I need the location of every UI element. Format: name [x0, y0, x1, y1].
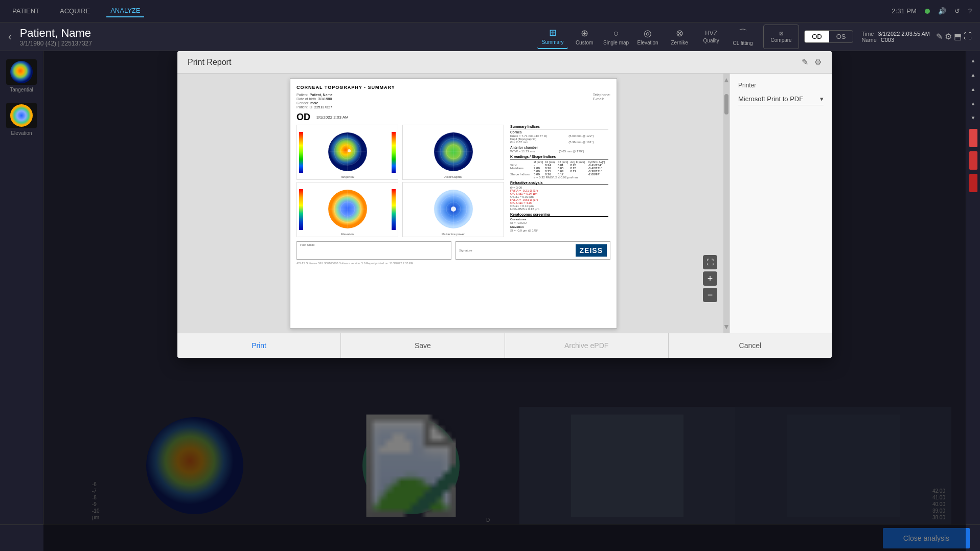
scroll-thumb[interactable]	[724, 94, 728, 114]
print-report-modal: Print Report ✎ ⚙ ▲	[177, 51, 832, 358]
sidebar-item-elevation[interactable]: Elevation	[2, 99, 41, 140]
anterior-table: WTW = 11.73 mm(5.65 mm @ 179°)	[510, 150, 608, 153]
colorbar-left-1	[299, 132, 303, 173]
report-maps: Tangential	[297, 125, 610, 237]
settings-modal-icon[interactable]: ⚙	[814, 57, 822, 67]
export-icon[interactable]: ⬒	[954, 32, 962, 41]
report-eye-row: OD 3/1/2022 2:03 AM	[297, 112, 610, 123]
patient-id-value: 225137327	[314, 105, 332, 109]
sidebar-item-tangential[interactable]: Tangential	[2, 55, 41, 97]
top-nav-right: 2:31 PM 🔊 ↺ ?	[892, 7, 972, 15]
time-display: 2:31 PM	[892, 7, 916, 15]
nav-patient[interactable]: PATIENT	[8, 5, 43, 17]
refresh-icon[interactable]: ↺	[954, 7, 960, 15]
svg-point-14	[348, 149, 351, 152]
cancel-button[interactable]: Cancel	[669, 333, 832, 358]
toolbar-tools: ⊞ Summary ⊕ Custom ○ Single map ◎ Elevat…	[537, 25, 853, 49]
scroll-up-icon[interactable]: ▲	[723, 76, 730, 84]
tool-single-map[interactable]: ○ Single map	[601, 25, 631, 49]
report-signature-row: Post Smile Signature ZEISS	[297, 241, 610, 260]
elevation-thumb	[6, 103, 37, 128]
scroll-bar[interactable]: ▲ ▼	[723, 74, 730, 333]
signature-box: Signature ZEISS	[455, 241, 610, 260]
summary-label: Summary	[542, 39, 564, 45]
compare-label: Compare	[771, 37, 792, 43]
modal-title: Print Report	[188, 58, 231, 67]
curvatures-label: Curvatures	[510, 218, 608, 221]
patient-name-report: Patient, Name	[310, 93, 332, 97]
nav-acquire[interactable]: ACQUIRE	[56, 5, 94, 17]
refractive-analysis-title: Refractive analysis	[510, 181, 608, 185]
compare-icon: ⊠	[779, 31, 783, 36]
os-button[interactable]: OS	[829, 31, 853, 42]
zernike-icon: ⊗	[676, 28, 683, 39]
printer-value: Microsoft Print to PDF	[738, 95, 803, 103]
report-maps-right: Axial/Sagittal	[402, 125, 504, 237]
patient-info-block: Patient, Name 3/1/1980 (42) | 225137327	[20, 27, 95, 47]
expand-icon[interactable]: ⛶	[964, 32, 972, 41]
tool-cl-fitting[interactable]: ⌒ CL fitting	[727, 25, 758, 49]
signature-area: Signature	[459, 249, 472, 252]
k-readings-title: K readings / Shape Indices	[510, 155, 608, 159]
archive-button[interactable]: Archive ePDF	[505, 333, 669, 358]
speaker-icon: 🔊	[938, 7, 946, 15]
fullscreen-button[interactable]: ⛶	[703, 255, 717, 269]
compare-button[interactable]: ⊠ Compare	[763, 25, 799, 49]
right-toggle-3[interactable]: ▲	[968, 84, 978, 94]
elevation-icon: ◎	[644, 28, 652, 39]
help-icon[interactable]: ?	[968, 7, 972, 15]
report-contact-info: Telephone: E-mail:	[593, 93, 610, 109]
right-toggle-2[interactable]: ▲	[968, 70, 978, 80]
main-area: Tangential Elevation	[0, 51, 980, 551]
tool-quality[interactable]: HVZ Quality	[696, 25, 726, 49]
time-label: Time	[861, 31, 874, 37]
printer-label: Printer	[738, 82, 824, 89]
edit-modal-icon[interactable]: ✎	[802, 57, 808, 67]
settings-icon[interactable]: ⚙	[945, 32, 952, 41]
telephone-label: Telephone:	[593, 93, 610, 97]
tool-summary[interactable]: ⊞ Summary	[537, 25, 568, 49]
right-toggle-1[interactable]: ▲	[968, 55, 978, 65]
scroll-down-icon[interactable]: ▼	[723, 323, 730, 331]
printer-panel: Printer Microsoft Print to PDF ▾	[730, 74, 832, 333]
report-date: 3/1/2022 2:03 AM	[316, 115, 349, 120]
tool-zernike[interactable]: ⊗ Zernike	[664, 25, 695, 49]
scan-info: Time 3/1/2022 2:03:55 AM Name C003	[861, 31, 930, 43]
report-map-elevation: Elevation	[297, 182, 398, 237]
single-map-icon: ○	[613, 28, 619, 39]
modal-footer: Print Save Archive ePDF Cancel	[177, 333, 832, 358]
top-nav: PATIENT ACQUIRE ANALYZE 2:31 PM 🔊 ↺ ?	[0, 0, 980, 22]
back-button[interactable]: ‹	[8, 31, 12, 42]
signature-label: Signature	[459, 249, 472, 252]
print-button[interactable]: Print	[177, 333, 341, 358]
cornea-label: Cornea	[510, 130, 608, 134]
summary-indices-title: Summary Indices	[510, 125, 608, 129]
single-map-label: Single map	[603, 40, 629, 45]
svg-point-3	[10, 104, 33, 127]
edit-icon[interactable]: ✎	[936, 32, 943, 41]
zoom-out-button[interactable]: −	[703, 288, 717, 302]
od-os-toggle: OD OS	[804, 30, 853, 43]
zoom-in-button[interactable]: +	[703, 271, 717, 286]
cornea-table: Kmax = 7.71 mm (43.77 D)(5.00 mm @ 122°)…	[510, 134, 608, 144]
save-button[interactable]: Save	[341, 333, 505, 358]
email-label: E-mail:	[593, 97, 610, 101]
printer-select[interactable]: Microsoft Print to PDF ▾	[738, 93, 824, 105]
name-label: Name	[861, 37, 876, 43]
report-data-panel: Summary Indices Cornea Kmax = 7.71 mm (4…	[508, 125, 610, 237]
nav-analyze[interactable]: ANALYZE	[106, 5, 144, 17]
right-toggle-5[interactable]: ▼	[968, 112, 978, 123]
report-map-refpower: Refractive power	[402, 182, 504, 237]
cl-fitting-icon: ⌒	[738, 27, 747, 39]
od-button[interactable]: OD	[805, 31, 829, 42]
patient-label: Patient	[297, 93, 308, 97]
svg-point-1	[10, 61, 33, 83]
cl-fitting-label: CL fitting	[733, 40, 753, 46]
axial-map-label: Axial/Sagittal	[444, 175, 462, 178]
tool-elevation[interactable]: ◎ Elevation	[632, 25, 663, 49]
right-toggle-4[interactable]: ▲	[968, 98, 978, 108]
tool-custom[interactable]: ⊕ Custom	[569, 25, 600, 49]
k-readings-table: Ø [mm]K1 [mm]K2 [mm]Avg K [mm]Cyl/SD / A…	[510, 160, 608, 179]
dob-value: 3/1/1980	[318, 97, 332, 101]
zeiss-logo: ZEISS	[576, 244, 607, 257]
